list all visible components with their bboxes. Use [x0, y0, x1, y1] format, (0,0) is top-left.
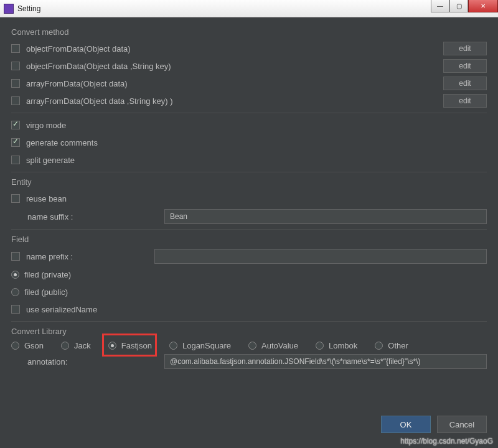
convert-method-row-1: objectFromData(Object data ,String key) …	[11, 59, 487, 73]
ok-button[interactable]: OK	[381, 416, 431, 433]
name-suffix-input[interactable]	[164, 209, 487, 224]
generate-comments-checkbox[interactable]	[11, 138, 20, 147]
separator	[11, 321, 487, 322]
maximize-button[interactable]: ▢	[449, 0, 468, 12]
window-title: Setting	[17, 4, 40, 13]
edit-button-2[interactable]: edit	[443, 77, 487, 90]
edit-button-0[interactable]: edit	[443, 42, 487, 55]
objectfromdata-label: objectFromData(Object data)	[26, 44, 131, 54]
arrayfromdata-label: arrayFromData(Object data)	[26, 79, 128, 88]
dialog-body: Convert method objectFromData(Object dat…	[0, 17, 498, 378]
library-gson[interactable]: Gson	[11, 341, 44, 350]
window-buttons: — ▢ ✕	[431, 0, 498, 12]
name-prefix-row: name prefix :	[11, 249, 487, 264]
convert-method-row-2: arrayFromData(Object data) edit	[11, 77, 487, 90]
arrayfromdata-key-checkbox[interactable]	[11, 96, 20, 105]
library-label: Convert Library	[11, 327, 487, 336]
watermark-text: https://blog.csdn.net/GyaoG	[400, 437, 493, 446]
separator	[11, 113, 487, 113]
use-serialized-row: use serializedName	[11, 302, 487, 316]
edit-button-1[interactable]: edit	[443, 59, 487, 73]
field-private-label: filed (private)	[24, 270, 71, 279]
field-public-label: filed (public)	[24, 287, 68, 297]
arrayfromdata-checkbox[interactable]	[11, 79, 20, 88]
title-bar: Setting — ▢ ✕	[0, 0, 498, 17]
virgo-mode-checkbox[interactable]	[11, 121, 20, 129]
generate-comments-row: generate comments	[11, 136, 487, 149]
field-private-radio[interactable]	[11, 271, 19, 279]
objectfromdata-key-label: objectFromData(Object data ,String key)	[26, 62, 171, 71]
field-label: Field	[11, 235, 487, 244]
library-lombok[interactable]: Lombok	[316, 341, 357, 350]
generate-comments-label: generate comments	[26, 138, 98, 147]
library-logansquare[interactable]: LoganSquare	[169, 341, 231, 350]
field-public-radio[interactable]	[11, 288, 19, 296]
library-options-row: Gson Jack Fastjson LoganSquare AutoValue…	[11, 341, 487, 350]
use-serialized-checkbox[interactable]	[11, 305, 20, 314]
dialog-footer: OK Cancel	[381, 416, 487, 433]
edit-button-3[interactable]: edit	[443, 94, 487, 108]
separator	[11, 172, 487, 172]
close-button[interactable]: ✕	[468, 0, 498, 12]
convert-method-label: Convert method	[11, 27, 487, 37]
name-suffix-row: name suffix :	[11, 209, 487, 224]
library-fastjson[interactable]: Fastjson	[108, 341, 152, 350]
split-generate-label: split generate	[26, 156, 75, 165]
convert-method-row-3: arrayFromData(Object data ,String key) )…	[11, 94, 487, 108]
annotation-row: annotation:	[11, 354, 487, 369]
app-icon	[4, 4, 14, 14]
library-jack[interactable]: Jack	[61, 341, 91, 350]
reuse-bean-label: reuse bean	[26, 194, 67, 203]
cancel-button[interactable]: Cancel	[437, 416, 487, 433]
virgo-mode-row: virgo mode	[11, 118, 487, 132]
field-public-row: filed (public)	[11, 285, 487, 299]
name-prefix-input[interactable]	[154, 249, 487, 264]
objectfromdata-checkbox[interactable]	[11, 44, 20, 53]
name-prefix-checkbox[interactable]	[11, 252, 20, 261]
field-private-row: filed (private)	[11, 268, 487, 281]
annotation-label: annotation:	[27, 357, 164, 366]
library-other[interactable]: Other	[375, 341, 408, 350]
split-generate-checkbox[interactable]	[11, 156, 20, 164]
reuse-bean-checkbox[interactable]	[11, 194, 20, 203]
virgo-mode-label: virgo mode	[26, 121, 66, 130]
entity-label: Entity	[11, 177, 487, 187]
reuse-bean-row: reuse bean	[11, 192, 487, 205]
arrayfromdata-key-label: arrayFromData(Object data ,String key) )	[26, 96, 173, 106]
objectfromdata-key-checkbox[interactable]	[11, 62, 20, 70]
minimize-button[interactable]: —	[431, 0, 449, 12]
annotation-input[interactable]	[164, 354, 487, 369]
use-serialized-label: use serializedName	[26, 305, 97, 314]
library-autovalue[interactable]: AutoValue	[248, 341, 298, 350]
name-suffix-label: name suffix :	[27, 212, 164, 222]
separator	[11, 229, 487, 230]
convert-method-row-0: objectFromData(Object data) edit	[11, 42, 487, 55]
name-prefix-label: name prefix :	[26, 252, 154, 261]
split-generate-row: split generate	[11, 153, 487, 167]
